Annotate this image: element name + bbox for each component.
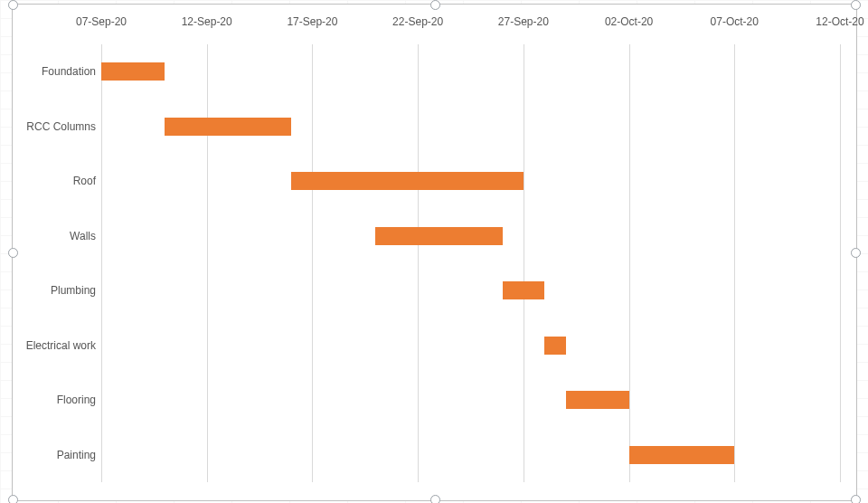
category-label: Walls xyxy=(70,230,96,242)
gantt-bar[interactable] xyxy=(544,337,565,355)
gridline xyxy=(840,44,841,482)
resize-handle-bottom[interactable] xyxy=(430,495,440,503)
gantt-bar[interactable] xyxy=(375,227,502,245)
x-tick-label: 07-Oct-20 xyxy=(711,15,759,28)
x-tick-label: 17-Sep-20 xyxy=(287,15,337,28)
category-label: Plumbing xyxy=(51,284,96,297)
gridline xyxy=(629,44,630,482)
gantt-bar[interactable] xyxy=(101,62,165,81)
x-tick-label: 02-Oct-20 xyxy=(605,15,653,28)
category-label: Painting xyxy=(57,449,96,461)
category-label: Foundation xyxy=(42,65,96,78)
category-label: Roof xyxy=(73,175,96,187)
resize-handle-bottom-left[interactable] xyxy=(8,495,18,503)
x-axis: 07-Sep-2012-Sep-2017-Sep-2022-Sep-2027-S… xyxy=(101,10,840,37)
resize-handle-right[interactable] xyxy=(851,248,861,258)
gridline xyxy=(524,44,524,482)
gantt-bar[interactable] xyxy=(503,281,545,299)
chart-object[interactable]: 07-Sep-2012-Sep-2017-Sep-2022-Sep-2027-S… xyxy=(12,4,857,501)
x-tick-label: 07-Sep-20 xyxy=(76,15,127,28)
resize-handle-top-left[interactable] xyxy=(8,0,18,10)
x-tick-label: 12-Sep-20 xyxy=(182,15,232,28)
resize-handle-bottom-right[interactable] xyxy=(851,495,861,503)
y-axis-categories: FoundationRCC ColumnsRoofWallsPlumbingEl… xyxy=(13,44,101,482)
gantt-bar[interactable] xyxy=(566,391,629,409)
gantt-bar[interactable] xyxy=(165,118,291,136)
gantt-bar[interactable] xyxy=(291,172,524,190)
gantt-bar[interactable] xyxy=(629,446,735,464)
gridline xyxy=(312,44,313,482)
gridline xyxy=(418,44,419,482)
gridline xyxy=(734,44,735,482)
resize-handle-top-right[interactable] xyxy=(851,0,861,10)
x-tick-label: 27-Sep-20 xyxy=(498,15,549,28)
x-tick-label: 22-Sep-20 xyxy=(392,15,443,28)
gridline xyxy=(101,44,102,482)
category-label: RCC Columns xyxy=(26,120,96,133)
resize-handle-top[interactable] xyxy=(430,0,440,10)
category-label: Electrical work xyxy=(26,339,96,352)
x-tick-label: 12-Oct-20 xyxy=(816,15,863,28)
gridline xyxy=(207,44,208,482)
category-label: Flooring xyxy=(57,394,96,406)
plot-area xyxy=(101,44,840,482)
